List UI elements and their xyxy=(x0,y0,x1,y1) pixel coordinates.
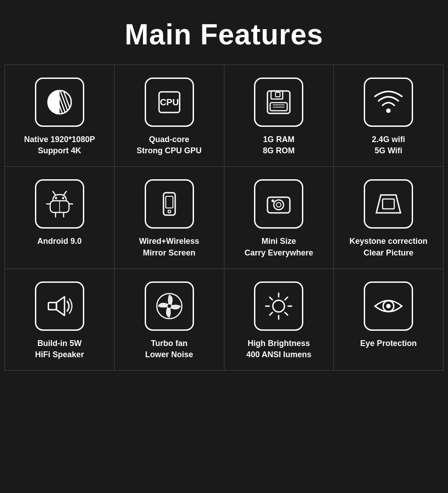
android-icon xyxy=(44,188,75,220)
svg-point-35 xyxy=(273,300,284,312)
svg-point-28 xyxy=(274,200,284,210)
svg-point-30 xyxy=(271,199,274,202)
mini-icon xyxy=(263,188,294,220)
svg-text:CPU: CPU xyxy=(160,97,179,107)
cpu-icon-box: CPU xyxy=(145,78,194,127)
svg-line-18 xyxy=(64,191,66,195)
feature-fan: Turbo fanLower Noise xyxy=(115,269,224,371)
svg-line-42 xyxy=(285,297,288,300)
feature-cpu-gpu: CPU Quad-coreStrong CPU GPU xyxy=(115,65,224,167)
feature-label-mini: Mini SizeCarry Everywhere xyxy=(245,236,313,258)
feature-label-fan: Turbo fanLower Noise xyxy=(145,338,193,360)
feature-label-ram: 1G RAM8G ROM xyxy=(263,134,295,156)
brightness-icon-box xyxy=(254,281,303,331)
wifi-icon-box xyxy=(364,78,413,127)
display-icon xyxy=(44,86,75,118)
feature-keystone: Keystone correctionClear Picture xyxy=(334,167,444,268)
feature-eye: Eye Protection xyxy=(334,269,444,371)
svg-point-16 xyxy=(62,197,64,199)
speaker-icon xyxy=(44,290,75,322)
svg-point-15 xyxy=(55,197,57,199)
fan-icon xyxy=(154,290,185,322)
eye-icon xyxy=(373,290,404,322)
feature-label-cpu: Quad-coreStrong CPU GPU xyxy=(137,134,202,156)
feature-label-speaker: Build-in 5WHiFi Speaker xyxy=(35,338,84,360)
feature-android: Android 9.0 xyxy=(5,167,115,268)
svg-line-41 xyxy=(285,312,288,315)
feature-label-mirror: Wired+WirelessMirror Screen xyxy=(139,236,199,258)
svg-line-17 xyxy=(53,191,55,195)
svg-line-40 xyxy=(270,297,272,300)
svg-point-45 xyxy=(386,304,391,308)
svg-rect-32 xyxy=(48,303,56,310)
ram-icon xyxy=(263,86,294,118)
mini-icon-box xyxy=(254,179,303,229)
feature-label-native: Native 1920*1080PSupport 4K xyxy=(24,134,95,156)
fan-icon-box xyxy=(145,281,194,331)
svg-rect-9 xyxy=(276,92,280,97)
page-title: Main Features xyxy=(4,9,444,65)
cpu-icon: CPU xyxy=(154,86,185,118)
feature-mirror: Wired+WirelessMirror Screen xyxy=(115,167,224,268)
ram-icon-box xyxy=(254,78,303,127)
page: Main Features xyxy=(0,0,448,493)
feature-label-brightness: High Brightness400 ANSI lumens xyxy=(246,338,311,360)
feature-native-1080p: Native 1920*1080PSupport 4K xyxy=(5,65,115,167)
keystone-icon xyxy=(373,188,404,220)
feature-label-keystone: Keystone correctionClear Picture xyxy=(349,236,427,258)
svg-point-13 xyxy=(386,108,391,113)
features-grid: Native 1920*1080PSupport 4K CPU Quad-cor… xyxy=(4,65,444,371)
svg-point-29 xyxy=(276,203,281,207)
svg-rect-25 xyxy=(166,196,173,208)
feature-label-android: Android 9.0 xyxy=(37,236,82,247)
feature-mini: Mini SizeCarry Everywhere xyxy=(224,167,334,268)
svg-rect-10 xyxy=(270,103,287,111)
mirror-icon-box xyxy=(145,179,194,229)
android-icon-box xyxy=(35,179,84,229)
speaker-icon-box xyxy=(35,281,84,331)
brightness-icon xyxy=(263,290,294,322)
feature-label-eye: Eye Protection xyxy=(360,338,417,349)
eye-icon-box xyxy=(364,281,413,331)
keystone-icon-box xyxy=(364,179,413,229)
wifi-icon xyxy=(373,86,404,118)
display-icon-box xyxy=(35,78,84,127)
feature-speaker: Build-in 5WHiFi Speaker xyxy=(5,269,115,371)
svg-line-43 xyxy=(270,312,272,315)
svg-point-34 xyxy=(167,304,172,308)
mirror-icon xyxy=(154,188,185,220)
feature-ram-rom: 1G RAM8G ROM xyxy=(224,65,334,167)
svg-rect-31 xyxy=(383,199,394,209)
feature-wifi: 2.4G wifi5G Wifi xyxy=(334,65,444,167)
feature-label-wifi: 2.4G wifi5G Wifi xyxy=(372,134,405,156)
svg-point-26 xyxy=(168,210,171,213)
feature-brightness: High Brightness400 ANSI lumens xyxy=(224,269,334,371)
